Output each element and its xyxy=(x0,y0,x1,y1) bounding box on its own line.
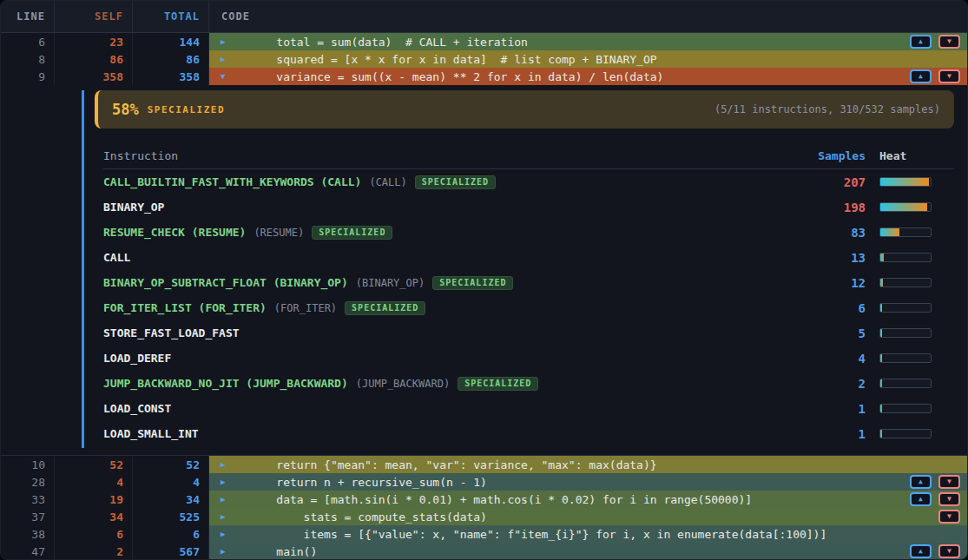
total-samples: 358 xyxy=(133,68,209,85)
expand-arrow-icon[interactable]: ▶ xyxy=(209,547,249,556)
self-samples: 4 xyxy=(55,473,133,491)
heat-bar xyxy=(879,303,932,313)
line-number: 38 xyxy=(1,525,55,543)
total-samples: 52 xyxy=(133,456,209,473)
code-row-line-28[interactable]: 2844▶ return n + recursive_sum(n - 1)▲▼ xyxy=(1,473,967,491)
line-number: 33 xyxy=(1,491,55,508)
heat-bar xyxy=(879,328,932,338)
instruction-name: JUMP_BACKWARD_NO_JIT (JUMP_BACKWARD) xyxy=(103,377,348,390)
expand-arrow-icon[interactable]: ▶ xyxy=(209,37,249,46)
table-header: LINE SELF TOTAL CODE xyxy=(1,1,967,33)
jump-up-button[interactable]: ▲ xyxy=(910,35,932,49)
jump-down-button[interactable]: ▼ xyxy=(938,510,960,524)
total-samples: 86 xyxy=(133,50,209,68)
code-cell[interactable]: ▶ items = [{"value": x, "name": f"item_{… xyxy=(209,525,967,543)
code-cell[interactable]: ▶ data = [math.sin(i * 0.01) + math.cos(… xyxy=(209,491,967,508)
code-row-line-37[interactable]: 3734525▶ stats = compute_stats(data)▼ xyxy=(1,508,967,525)
heat-bar-fill xyxy=(880,354,882,362)
down-arrow-icon: ▼ xyxy=(947,73,952,80)
expand-arrow-icon[interactable]: ▶ xyxy=(209,478,249,486)
jump-down-button[interactable]: ▼ xyxy=(938,35,960,49)
total-samples: 4 xyxy=(133,473,209,491)
expand-arrow-icon[interactable]: ▶ xyxy=(209,530,249,538)
profiler-window: LINE SELF TOTAL CODE 623144▶ total = sum… xyxy=(0,0,968,560)
code-cell[interactable]: ▶ stats = compute_stats(data)▼ xyxy=(209,508,967,525)
line-number: 6 xyxy=(1,33,55,50)
specialization-banner: 58% SPECIALIZED (5/11 instructions, 310/… xyxy=(95,90,954,128)
expand-arrow-icon[interactable]: ▶ xyxy=(209,55,249,63)
heat-bar xyxy=(879,353,932,363)
instruction-name-cell: BINARY_OP_SUBTRACT_FLOAT (BINARY_OP)(BIN… xyxy=(103,276,796,290)
code-cell[interactable]: ▶ return {"mean": mean, "var": variance,… xyxy=(209,456,967,473)
column-header-self: SELF xyxy=(55,1,133,32)
code-row-line-33[interactable]: 331934▶ data = [math.sin(i * 0.01) + mat… xyxy=(1,491,967,508)
specialized-badge: SPECIALIZED xyxy=(432,276,513,290)
heat-bar xyxy=(879,429,932,438)
code-text: return n + recursive_sum(n - 1) xyxy=(249,476,487,489)
code-row-line-47[interactable]: 472567▶ main()▲▼ xyxy=(1,543,967,560)
instruction-name-cell: LOAD_DEREF xyxy=(103,352,796,365)
instruction-name: RESUME_CHECK (RESUME) xyxy=(103,226,246,239)
samples-count: 4 xyxy=(796,352,866,366)
self-samples: 358 xyxy=(55,68,133,85)
code-cell[interactable]: ▶ total = sum(data) # CALL + iteration▲▼ xyxy=(209,33,967,50)
row-nav-buttons: ▲▼ xyxy=(910,492,960,506)
code-cell[interactable]: ▶ squared = [x * x for x in data] # list… xyxy=(209,50,967,68)
code-row-line-38[interactable]: 3866▶ items = [{"value": x, "name": f"it… xyxy=(1,525,967,543)
heat-bar-fill xyxy=(880,203,927,211)
jump-down-button[interactable]: ▼ xyxy=(938,544,960,558)
instruction-name-cell: JUMP_BACKWARD_NO_JIT (JUMP_BACKWARD)(JUM… xyxy=(103,377,796,391)
line-number: 37 xyxy=(1,508,55,525)
specialized-badge: SPECIALIZED xyxy=(458,377,538,391)
instruction-name-cell: RESUME_CHECK (RESUME)(RESUME)SPECIALIZED xyxy=(103,226,796,240)
heat-bar-fill xyxy=(880,254,884,261)
instruction-base-opcode: (RESUME) xyxy=(254,227,304,239)
instruction-name-cell: CALL xyxy=(103,251,796,264)
total-samples: 567 xyxy=(133,543,209,560)
heat-bar xyxy=(879,278,932,287)
heat-bar-fill xyxy=(880,379,882,387)
jump-down-button[interactable]: ▼ xyxy=(938,475,960,489)
specialized-badge: SPECIALIZED xyxy=(345,301,425,315)
jump-up-button[interactable]: ▲ xyxy=(910,69,932,83)
jump-up-button[interactable]: ▲ xyxy=(910,492,932,506)
instruction-name: CALL_BUILTIN_FAST_WITH_KEYWORDS (CALL) xyxy=(103,175,361,188)
heat-bar-fill xyxy=(880,329,882,337)
self-samples: 52 xyxy=(55,456,133,473)
expand-arrow-icon[interactable]: ▶ xyxy=(209,460,249,469)
expand-arrow-icon[interactable]: ▶ xyxy=(209,495,249,504)
instruction-row: BINARY_OP198 xyxy=(103,194,954,220)
code-cell[interactable]: ▼ variance = sum((x - mean) ** 2 for x i… xyxy=(209,68,967,85)
samples-count: 198 xyxy=(796,201,866,214)
instruction-row: FOR_ITER_LIST (FOR_ITER)(FOR_ITER)SPECIA… xyxy=(103,295,954,320)
code-row-line-8[interactable]: 88686▶ squared = [x * x for x in data] #… xyxy=(1,50,967,68)
specialized-badge: SPECIALIZED xyxy=(312,226,392,240)
up-arrow-icon: ▲ xyxy=(919,38,923,45)
samples-count: 5 xyxy=(796,326,866,340)
code-row-line-6[interactable]: 623144▶ total = sum(data) # CALL + itera… xyxy=(1,33,967,50)
up-arrow-icon: ▲ xyxy=(919,73,923,80)
code-row-line-9[interactable]: 9358358▼ variance = sum((x - mean) ** 2 … xyxy=(1,68,967,85)
instruction-name-cell: STORE_FAST_LOAD_FAST xyxy=(103,326,796,339)
heat-bar xyxy=(879,253,932,262)
jump-down-button[interactable]: ▼ xyxy=(938,492,960,506)
code-cell[interactable]: ▶ main()▲▼ xyxy=(209,543,967,560)
expand-arrow-icon[interactable]: ▶ xyxy=(209,512,249,521)
instruction-name: CALL xyxy=(103,251,130,264)
column-header-code: CODE xyxy=(209,1,967,32)
jump-up-button[interactable]: ▲ xyxy=(910,475,932,489)
samples-count: 1 xyxy=(796,427,866,441)
instruction-row: RESUME_CHECK (RESUME)(RESUME)SPECIALIZED… xyxy=(103,220,954,245)
column-header-instruction: Instruction xyxy=(103,149,796,162)
heat-bar-fill xyxy=(880,178,929,186)
code-cell[interactable]: ▶ return n + recursive_sum(n - 1)▲▼ xyxy=(209,473,967,491)
heat-bar xyxy=(879,379,932,388)
instruction-table: Instruction Samples Heat CALL_BUILTIN_FA… xyxy=(95,142,954,446)
jump-down-button[interactable]: ▼ xyxy=(938,69,960,83)
instruction-rows: CALL_BUILTIN_FAST_WITH_KEYWORDS (CALL)(C… xyxy=(103,169,954,446)
code-row-line-10[interactable]: 105252▶ return {"mean": mean, "var": var… xyxy=(1,456,967,473)
jump-up-button[interactable]: ▲ xyxy=(910,544,932,558)
instruction-name: LOAD_SMALL_INT xyxy=(103,427,199,440)
collapse-arrow-icon[interactable]: ▼ xyxy=(209,72,249,81)
instruction-name-cell: BINARY_OP xyxy=(103,201,796,214)
